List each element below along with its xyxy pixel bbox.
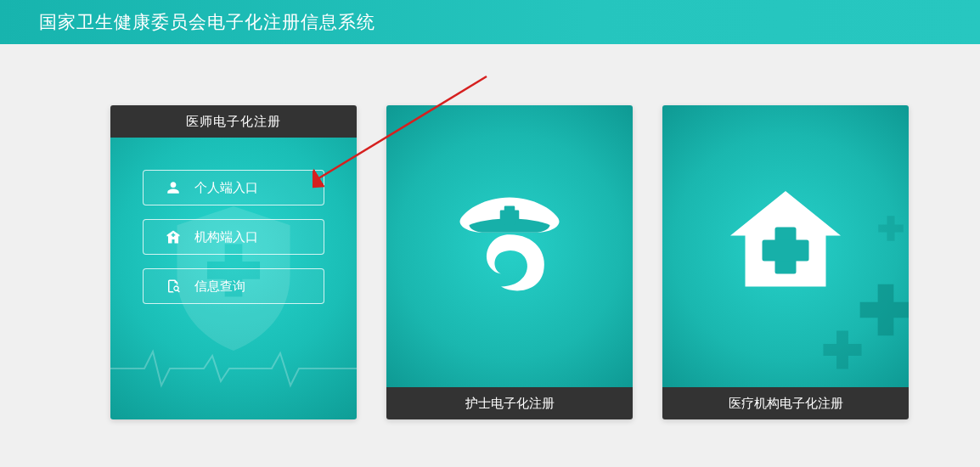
card-doctor-body: 个人端入口 机构端入口 信息查询: [110, 138, 357, 419]
search-doc-icon: [166, 279, 181, 294]
info-query-button[interactable]: 信息查询: [143, 268, 324, 304]
org-entry-label: 机构端入口: [194, 229, 258, 245]
user-icon: [166, 180, 181, 195]
org-entry-button[interactable]: 机构端入口: [143, 219, 324, 255]
ecg-line-icon: [110, 343, 357, 394]
plus-decoration-icon: [876, 214, 905, 243]
card-org-footer: 医疗机构电子化注册: [662, 387, 909, 419]
card-doctor: 医师电子化注册 个人端入口: [110, 105, 357, 419]
svg-rect-5: [763, 240, 809, 262]
card-org[interactable]: 医疗机构电子化注册: [662, 105, 909, 419]
hospital-icon: [166, 229, 181, 245]
card-nurse[interactable]: 护士电子化注册: [386, 105, 633, 419]
banner-title: 国家卫生健康委员会电子化注册信息系统: [39, 10, 375, 34]
nurse-cap-icon: [446, 177, 573, 304]
personal-entry-button[interactable]: 个人端入口: [143, 170, 324, 205]
hospital-house-icon: [722, 177, 849, 304]
card-nurse-body: [386, 105, 633, 387]
card-row: 医师电子化注册 个人端入口: [110, 105, 980, 419]
personal-entry-label: 个人端入口: [194, 180, 258, 196]
card-nurse-footer: 护士电子化注册: [386, 387, 633, 419]
plus-decoration-icon: [820, 328, 865, 372]
svg-rect-3: [500, 211, 520, 222]
top-banner: 国家卫生健康委员会电子化注册信息系统: [0, 0, 980, 44]
card-org-body: [662, 105, 909, 387]
info-query-label: 信息查询: [194, 279, 245, 295]
card-doctor-header: 医师电子化注册: [110, 105, 357, 138]
